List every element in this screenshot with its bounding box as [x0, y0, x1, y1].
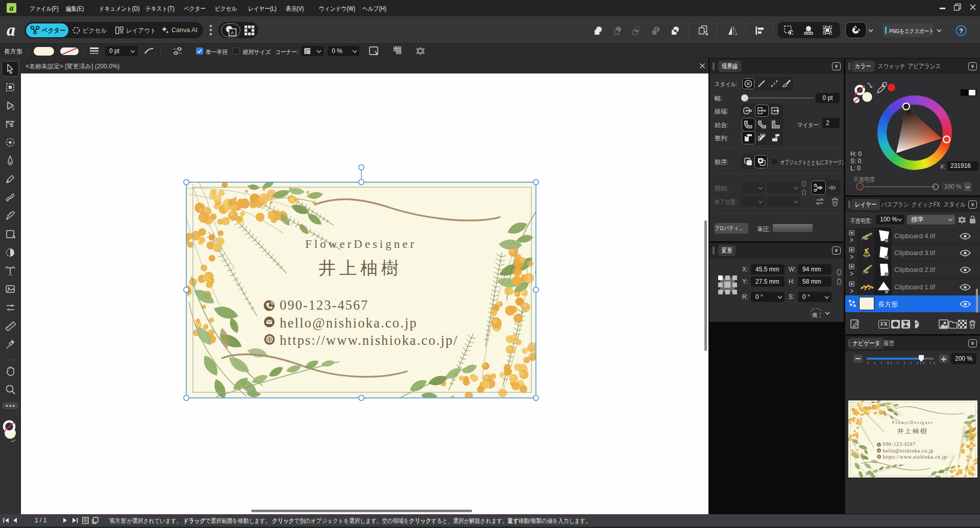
svg-text:a: a	[10, 4, 14, 12]
svg-text:A: A	[231, 30, 234, 35]
svg-text:?: ?	[959, 27, 963, 35]
